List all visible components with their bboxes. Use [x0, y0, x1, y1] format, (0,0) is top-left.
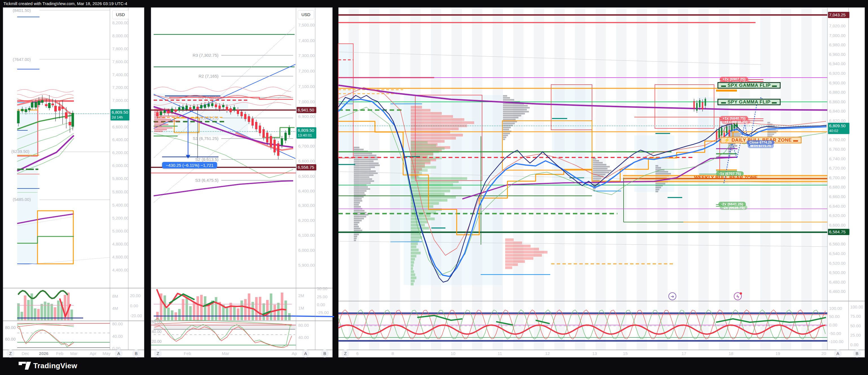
- chart-canvas[interactable]: 80.0060.00R3 (7,302.75)R2 (7,165)R1 (7,0…: [0, 0, 868, 375]
- price-axis-tick: 4,800.00: [112, 241, 129, 246]
- price-axis-tick: 6,840.00: [829, 109, 845, 113]
- zone-label[interactable]: ▬ SPY GAMMA FLIP ▬: [717, 99, 781, 105]
- level-pill[interactable]: -2x (6641.25): [718, 202, 746, 206]
- zone-label[interactable]: ▬ SPX GAMMA FLIP ▬: [717, 82, 781, 89]
- time-axis-label: Mar: [70, 351, 78, 356]
- price-axis-tick: 6,960.00: [829, 52, 845, 57]
- level-pill[interactable]: +2x (6907.25): [720, 77, 748, 82]
- time-axis-label: 17: [682, 351, 686, 356]
- svg-text:ϟ: ϟ: [737, 294, 739, 299]
- time-axis-label: Dec: [22, 351, 29, 356]
- price-axis-tick: 6,540.00: [829, 251, 845, 256]
- price-axis-tick: 40.00: [298, 335, 309, 340]
- secondary-axis-tick: 75.00: [850, 314, 861, 319]
- price-axis-tick: 7,100.00: [298, 84, 315, 89]
- price-axis-tick: 1M: [298, 306, 304, 310]
- price-axis-tick: 80.00: [112, 321, 123, 326]
- price-axis-tick: 6,460.00: [829, 289, 845, 294]
- price-axis-tick: 5,900.00: [298, 263, 315, 267]
- price-axis-tick: -100.00: [829, 339, 843, 344]
- currency-axis-badge: USD: [298, 10, 314, 19]
- price-axis-tick: 6,100.00: [298, 233, 315, 238]
- axis-button-a[interactable]: A: [302, 350, 310, 357]
- price-axis-tick: 2M: [298, 293, 304, 298]
- price-axis-tick: 5,000.00: [112, 229, 129, 233]
- axis-button-b[interactable]: B: [853, 350, 861, 357]
- secondary-axis-tick: 25.00: [317, 294, 328, 299]
- secondary-axis-tick: 0.00: [317, 302, 325, 307]
- level-pill[interactable]: +1x (6840.75): [720, 116, 748, 121]
- secondary-axis-tick: 50.00: [317, 286, 328, 291]
- price-axis-tick: 6,980.00: [829, 42, 845, 47]
- axis-button-b[interactable]: B: [321, 350, 329, 357]
- price-axis-tick: 7,000.00: [112, 98, 129, 103]
- svg-text:80.00: 80.00: [5, 325, 16, 330]
- price-axis-tick: 8,000.00: [112, 33, 129, 38]
- price-axis-tick: 6,820.00: [829, 118, 845, 123]
- price-axis-tick: 8,200.00: [112, 20, 129, 25]
- price-tag: 6,584.75: [828, 229, 849, 235]
- price-axis-tick: 6,600.00: [298, 158, 315, 163]
- svg-text:40.00: 40.00: [152, 329, 161, 334]
- price-axis-tick: 0.00: [829, 322, 837, 327]
- price-axis-tick: 6,000.00: [298, 248, 315, 253]
- price-axis-tick: 6,680.00: [829, 184, 845, 189]
- price-axis-tick: 6,000.00: [112, 163, 129, 168]
- time-axis-label: 15: [623, 351, 628, 356]
- reference-price-label: (7647.00): [13, 57, 31, 62]
- price-axis-tick: 7,300.00: [298, 53, 315, 58]
- price-axis-tick: 7,200.00: [112, 85, 129, 90]
- price-axis-tick: 6,740.00: [829, 156, 845, 161]
- svg-text:S2 (6,613.5): S2 (6,613.5): [195, 157, 218, 162]
- price-tag: 6,809.5013:40:01: [297, 127, 316, 139]
- price-axis-tick: 7,400.00: [112, 72, 129, 77]
- price-axis-tick: 6,660.00: [829, 194, 845, 199]
- price-axis-tick: 6,600.00: [829, 223, 845, 227]
- price-axis-tick: 6,700.00: [298, 144, 315, 148]
- price-axis-tick: 5,600.00: [112, 189, 129, 194]
- level-pill[interactable]: Close 6774.25: [746, 140, 774, 145]
- price-axis-tick: 6,780.00: [829, 137, 845, 142]
- zone-label[interactable]: WEEKLY BULL BEAR ZONE: [694, 175, 757, 181]
- price-axis-tick: 40.00: [112, 334, 123, 339]
- time-axis-label: 2026: [39, 351, 48, 356]
- price-axis-tick: 6,480.00: [829, 280, 845, 284]
- axis-button-z[interactable]: Z: [341, 350, 349, 357]
- axis-button-z[interactable]: Z: [154, 350, 162, 357]
- secondary-axis-tick: 25.00: [850, 333, 861, 338]
- axis-button-a[interactable]: A: [115, 350, 123, 357]
- tradingview-snapshot: 80.0060.00R3 (7,302.75)R2 (7,165)R1 (7,0…: [0, 0, 868, 375]
- price-axis-tick: 6,940.00: [829, 61, 845, 66]
- price-axis-tick: 7,020.00: [829, 23, 845, 28]
- secondary-axis-tick: -20.00: [130, 313, 142, 318]
- time-axis-label: Ap: [292, 351, 297, 356]
- price-axis-tick: 7,200.00: [298, 68, 315, 74]
- price-axis-tick: 6,640.00: [829, 204, 845, 208]
- price-axis-tick: 6,400.00: [112, 137, 129, 142]
- price-axis-tick: 4,400.00: [112, 267, 129, 272]
- price-tag: 7,043.25: [828, 12, 849, 18]
- price-axis-tick: 6,700.00: [829, 175, 845, 180]
- time-axis-label: 6: [356, 351, 359, 356]
- price-tag: 6,809.5040:02: [828, 123, 849, 134]
- price-axis-tick: 4M: [112, 306, 118, 311]
- price-axis-tick: 6,920.00: [829, 71, 845, 76]
- time-axis-label: 19: [776, 351, 780, 356]
- axis-button-b[interactable]: B: [132, 350, 140, 357]
- price-axis-tick: 7,800.00: [112, 46, 129, 51]
- axis-button-z[interactable]: Z: [6, 350, 14, 357]
- price-axis-tick: 6,500.00: [829, 270, 845, 275]
- price-axis-tick: 6,720.00: [829, 166, 845, 170]
- time-axis-label: Feb: [184, 351, 191, 356]
- price-axis-tick: 6,600.00: [112, 124, 129, 129]
- svg-text:R3 (7,302.75): R3 (7,302.75): [192, 53, 218, 58]
- price-axis-tick: 6,880.00: [829, 90, 845, 94]
- svg-text:60.00: 60.00: [5, 337, 16, 341]
- price-axis-tick: 6,620.00: [829, 213, 845, 218]
- time-axis-label: 13: [592, 351, 597, 356]
- time-axis-label: 8: [392, 351, 394, 356]
- time-axis-label: 18: [729, 351, 734, 356]
- price-axis-tick: 6,200.00: [112, 150, 129, 155]
- axis-button-a[interactable]: A: [834, 350, 842, 357]
- price-axis-tick: 5,200.00: [112, 215, 129, 220]
